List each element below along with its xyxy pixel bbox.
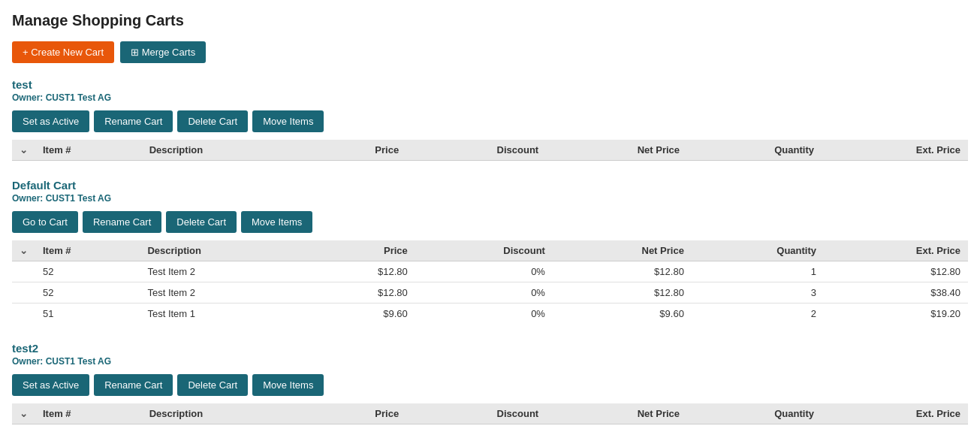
chevron-header: ⌄	[12, 140, 35, 161]
col-header-price: Price	[311, 403, 406, 424]
cell-net-price: $12.80	[553, 282, 692, 304]
cart-move-test[interactable]: Move Items	[252, 110, 324, 132]
cart-actions-default-cart: Go to CartRename CartDelete CartMove Ite…	[12, 211, 968, 233]
table-row: 52Test Item 2$12.800%$12.801$12.80	[12, 261, 968, 282]
cell-description: Test Item 2	[140, 282, 306, 304]
cart-section-default-cart: Default CartOwner: CUST1 Test AGGo to Ca…	[12, 179, 968, 324]
cart-owner-default-cart: Owner: CUST1 Test AG	[12, 193, 968, 204]
cart-rename-test2[interactable]: Rename Cart	[94, 374, 173, 396]
col-header-net-price: Net Price	[546, 403, 687, 424]
cart-move-test2[interactable]: Move Items	[252, 374, 324, 396]
cell-ext.-price: $12.80	[824, 261, 968, 282]
cart-primary-action-default-cart[interactable]: Go to Cart	[12, 211, 78, 233]
cart-delete-test[interactable]: Delete Cart	[177, 110, 248, 132]
cart-table-default-cart: ⌄Item #DescriptionPriceDiscountNet Price…	[12, 240, 968, 324]
main-toolbar: + Create New Cart ⊞ Merge Carts	[12, 41, 968, 63]
cart-owner-test: Owner: CUST1 Test AG	[12, 92, 968, 103]
chevron-header: ⌄	[12, 240, 35, 261]
cart-actions-test2: Set as ActiveRename CartDelete CartMove …	[12, 374, 968, 396]
table-row: 51Test Item 1$9.600%$9.602$19.20	[12, 304, 968, 325]
cell-net-price: $9.60	[553, 304, 692, 325]
cell-price: $12.80	[306, 282, 415, 304]
create-new-cart-button[interactable]: + Create New Cart	[12, 41, 114, 63]
col-header-discount: Discount	[406, 140, 546, 161]
col-header-item-#: Item #	[35, 140, 142, 161]
col-header-net-price: Net Price	[553, 240, 692, 261]
cell-item-#: 52	[35, 261, 140, 282]
cart-owner-test2: Owner: CUST1 Test AG	[12, 356, 968, 367]
cart-actions-test: Set as ActiveRename CartDelete CartMove …	[12, 110, 968, 132]
cart-rename-test[interactable]: Rename Cart	[94, 110, 173, 132]
cell-description: Test Item 2	[140, 261, 306, 282]
cart-primary-action-test2[interactable]: Set as Active	[12, 374, 89, 396]
merge-carts-button[interactable]: ⊞ Merge Carts	[120, 41, 206, 63]
col-header-description: Description	[140, 240, 306, 261]
cart-section-test2: test2Owner: CUST1 Test AGSet as ActiveRe…	[12, 342, 968, 424]
cell-price: $9.60	[306, 304, 415, 325]
col-header-item-#: Item #	[35, 403, 142, 424]
col-header-description: Description	[142, 403, 311, 424]
row-chevron	[12, 282, 35, 304]
col-header-quantity: Quantity	[692, 240, 824, 261]
cart-section-test: testOwner: CUST1 Test AGSet as ActiveRen…	[12, 78, 968, 161]
col-header-description: Description	[142, 140, 311, 161]
col-header-discount: Discount	[415, 240, 553, 261]
cart-name-default-cart: Default Cart	[12, 179, 968, 192]
cell-discount: 0%	[415, 282, 553, 304]
col-header-price: Price	[311, 140, 406, 161]
col-header-quantity: Quantity	[687, 140, 822, 161]
cell-discount: 0%	[415, 304, 553, 325]
cart-name-test: test	[12, 78, 968, 91]
col-header-ext.-price: Ext. Price	[822, 403, 968, 424]
cell-description: Test Item 1	[140, 304, 306, 325]
cart-move-default-cart[interactable]: Move Items	[241, 211, 312, 233]
cell-discount: 0%	[415, 261, 553, 282]
cart-delete-default-cart[interactable]: Delete Cart	[166, 211, 237, 233]
cart-table-test: ⌄Item #DescriptionPriceDiscountNet Price…	[12, 140, 968, 161]
cell-quantity: 3	[692, 282, 824, 304]
col-header-ext.-price: Ext. Price	[824, 240, 968, 261]
col-header-price: Price	[306, 240, 415, 261]
cell-ext.-price: $19.20	[824, 304, 968, 325]
cart-primary-action-test[interactable]: Set as Active	[12, 110, 89, 132]
cell-price: $12.80	[306, 261, 415, 282]
cart-delete-test2[interactable]: Delete Cart	[177, 374, 248, 396]
col-header-ext.-price: Ext. Price	[822, 140, 968, 161]
cell-net-price: $12.80	[553, 261, 692, 282]
cart-rename-default-cart[interactable]: Rename Cart	[83, 211, 161, 233]
col-header-net-price: Net Price	[546, 140, 687, 161]
page-title: Manage Shopping Carts	[12, 12, 968, 29]
row-chevron	[12, 304, 35, 325]
cell-quantity: 2	[692, 304, 824, 325]
cart-table-test2: ⌄Item #DescriptionPriceDiscountNet Price…	[12, 403, 968, 424]
col-header-discount: Discount	[406, 403, 546, 424]
col-header-quantity: Quantity	[687, 403, 822, 424]
carts-container: testOwner: CUST1 Test AGSet as ActiveRen…	[12, 78, 968, 424]
row-chevron	[12, 261, 35, 282]
col-header-item-#: Item #	[35, 240, 140, 261]
cell-ext.-price: $38.40	[824, 282, 968, 304]
cell-item-#: 52	[35, 282, 140, 304]
table-row: 52Test Item 2$12.800%$12.803$38.40	[12, 282, 968, 304]
cell-item-#: 51	[35, 304, 140, 325]
cell-quantity: 1	[692, 261, 824, 282]
chevron-header: ⌄	[12, 403, 35, 424]
cart-name-test2: test2	[12, 342, 968, 355]
